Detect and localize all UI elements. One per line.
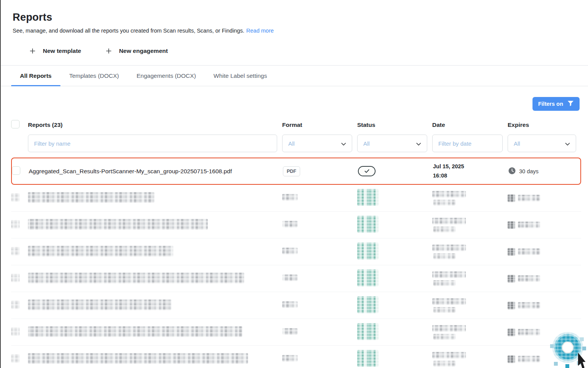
redacted-file-name [28,326,242,337]
check-icon [364,168,369,175]
redacted-date [432,298,508,313]
redacted-format [282,194,297,200]
redacted-clock-icon [508,355,515,363]
column-header-expires: Expires [508,122,581,128]
redacted-expires [508,194,581,202]
table-row-redacted[interactable] [11,212,581,238]
page-title: Reports [13,12,579,23]
table-row-redacted[interactable] [11,319,581,346]
page-header: Reports See, manage, and download all th… [1,0,588,65]
report-expires-label: 30 days [519,168,539,174]
read-more-link[interactable]: Read more [246,28,274,34]
column-header-status: Status [357,122,432,128]
redacted-file-name [28,273,244,283]
filters-on-label: Filters on [538,101,563,107]
new-template-button[interactable]: New template [29,48,81,54]
redacted-expires [508,248,581,256]
report-expires: 30 days [508,167,580,176]
table-header-row: Reports (23) Format Status Date Expires [11,117,581,133]
table-row-highlighted[interactable]: Aggregated_Scan_Results-PortScanner-My_s… [11,158,581,185]
redacted-clock-icon [508,194,515,202]
expires-filter-value: All [514,140,520,147]
plus-icon [106,48,112,54]
redacted-format [282,221,297,227]
table-row-redacted[interactable] [11,265,581,292]
clock-icon [508,167,516,176]
status-filter-select[interactable]: All [357,135,427,152]
tab-engagements-docx[interactable]: Engagements (DOCX) [128,66,205,86]
redacted-file-name [28,219,208,230]
redacted-format [282,328,297,335]
filter-by-date-input[interactable] [432,135,503,152]
redacted-file-name [28,192,154,203]
redacted-clock-icon [508,221,515,229]
redacted-status [357,323,379,340]
reports-table: Reports (23) Format Status Date Expires … [11,117,581,368]
report-date-line1: Jul 15, 2025 [433,162,508,171]
status-complete-pill[interactable] [358,166,376,176]
funnel-icon [567,100,574,108]
tab-all-reports[interactable]: All Reports [11,66,60,86]
redacted-status [357,243,379,260]
chevron-down-icon [416,140,421,147]
redacted-format [282,301,297,308]
redacted-status [357,350,379,367]
redacted-date [432,352,508,366]
tab-bar: All Reports Templates (DOCX) Engagements… [1,65,588,86]
redacted-checkbox [11,301,20,309]
redacted-status [357,269,379,286]
column-header-date: Date [432,122,508,128]
report-date: Jul 15, 2025 16:08 [433,162,508,181]
redacted-date [432,191,508,205]
redacted-checkbox [11,274,20,282]
redacted-expires [508,275,581,283]
redacted-clock-icon [508,329,515,336]
redacted-clock-icon [508,275,515,283]
filter-by-name-input[interactable] [28,135,277,152]
table-row-redacted[interactable] [11,292,581,319]
report-date-line2: 16:08 [433,171,508,181]
status-filter-value: All [363,140,370,147]
redacted-file-name [28,353,248,364]
report-file-name[interactable]: Aggregated_Scan_Results-PortScanner-My_s… [29,168,283,175]
table-filter-row: All All All [11,135,581,152]
format-filter-select[interactable]: All [282,135,352,152]
row-checkbox[interactable] [12,166,20,175]
new-engagement-button[interactable]: New engagement [106,48,168,54]
column-header-reports: Reports (23) [28,122,282,128]
table-row-redacted[interactable] [11,185,581,212]
select-all-checkbox[interactable] [11,120,20,128]
new-engagement-label: New engagement [119,48,168,54]
table-row-redacted[interactable] [11,346,581,368]
redacted-format [282,274,297,281]
format-badge: PDF [283,166,300,176]
redacted-status [357,189,379,206]
format-filter-value: All [288,140,295,147]
new-template-label: New template [43,48,81,54]
tab-templates-docx[interactable]: Templates (DOCX) [60,66,128,86]
redacted-checkbox [11,193,20,202]
redacted-date [432,245,508,259]
expires-filter-select[interactable]: All [508,135,576,152]
tab-white-label-settings[interactable]: White Label settings [205,66,276,86]
page-subtitle: See, manage, and download all the report… [13,28,244,34]
redacted-checkbox [11,220,20,228]
redacted-date [432,218,508,232]
redacted-checkbox [11,354,20,363]
redacted-checkbox [11,327,20,336]
redacted-checkbox [11,247,20,255]
redacted-status [357,216,379,233]
redacted-expires [508,221,581,229]
redacted-date [432,271,508,286]
redacted-date [432,325,508,340]
chevron-down-icon [341,140,346,147]
column-header-format: Format [282,122,357,128]
filters-on-button[interactable]: Filters on [532,97,580,111]
plus-icon [29,48,36,54]
redacted-status [357,296,379,313]
redacted-format [282,248,297,254]
redacted-expires [508,302,581,309]
redacted-file-name [28,299,172,310]
table-row-redacted[interactable] [11,238,581,265]
chevron-down-icon [565,140,570,147]
